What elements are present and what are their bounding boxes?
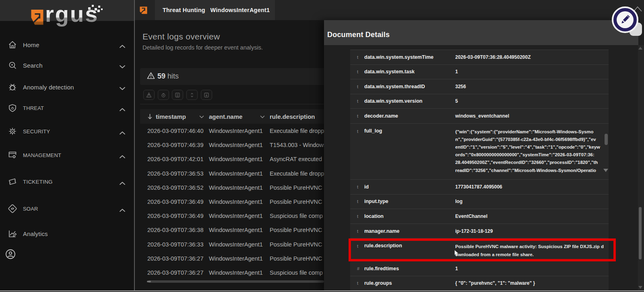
svg-text:rgus: rgus — [45, 3, 99, 27]
